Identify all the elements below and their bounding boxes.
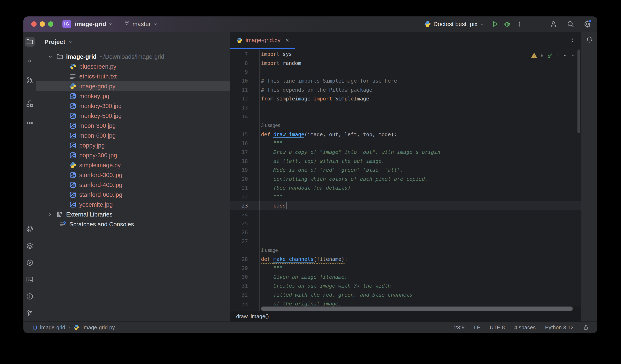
branch-selector[interactable]: master [124,21,158,28]
next-problem-button[interactable] [571,53,576,58]
caret-position-widget[interactable]: 23:9 [454,324,465,331]
project-widget-icon[interactable] [33,326,37,329]
status-project-name[interactable]: image-grid [40,324,65,331]
tool-structure-button[interactable] [25,99,35,109]
tree-item-file[interactable]: moon-600.jpg [36,131,230,140]
usages-inlay-hint[interactable]: 1 usage [261,247,278,253]
tool-python-packages-button[interactable] [25,224,35,234]
code-editor[interactable]: 7import sys8import random910# This line … [230,49,581,311]
tool-commit-button[interactable] [25,56,35,66]
debug-button[interactable] [502,19,512,29]
tree-item-file[interactable]: poppy-300.jpg [36,150,230,160]
play-icon [491,20,499,28]
tool-pull-requests-button[interactable] [25,75,35,85]
tree-item-label: image-grid.py [79,83,115,90]
tool-problems-button[interactable] [25,292,35,301]
notifications-button[interactable] [585,35,594,45]
line-number: 26 [230,229,259,235]
project-panel-header[interactable]: Project [36,32,230,52]
settings-button[interactable] [583,19,592,29]
run-configuration-selector[interactable]: Doctest best_pix [431,21,484,28]
image-file-icon [69,122,76,129]
tree-item-file[interactable]: stanford-600.jpg [36,190,230,200]
folder-icon [56,53,63,60]
project-selector[interactable]: image-grid [71,20,113,28]
tree-item-file[interactable]: stanford-300.jpg [36,170,230,180]
code-line-content: (See handout for details) [259,183,581,192]
code-token: (See handout for details) [261,185,351,191]
tool-more-button[interactable] [25,118,35,128]
indent-widget[interactable]: 4 spaces [514,324,535,331]
line-number: 21 [230,185,259,191]
line-number: 11 [230,87,259,93]
tree-item-file[interactable]: monkey.jpg [36,91,230,101]
code-line: 15def draw_image(image, out, left, top, … [230,130,581,139]
text-caret [286,202,286,209]
chevron-down-icon[interactable] [48,54,53,59]
image-file-icon [69,181,76,188]
editor-tab[interactable]: image-grid.py × [230,32,295,49]
line-ending-widget[interactable]: LF [474,324,480,331]
tree-item-file[interactable]: monkey-500.jpg [36,111,230,121]
more-run-actions-button[interactable] [515,19,524,29]
code-line-content: # This depends on the Pillow package [259,86,581,94]
tree-item-label: External Libraries [66,211,113,218]
prev-problem-button[interactable] [563,53,568,58]
line-number: 13 [230,105,259,111]
code-with-me-button[interactable] [549,19,558,29]
inspections-widget[interactable]: 6 1 [529,51,577,60]
close-window-button[interactable] [31,21,36,27]
close-tab-button[interactable]: × [285,37,289,43]
tool-project-button[interactable] [25,37,35,47]
tree-item-file[interactable]: yosemite.jpg [36,200,230,209]
git-branch-icon [124,21,130,27]
line-number: 8 [230,60,259,66]
check-icon [547,52,553,59]
tool-terminal-button[interactable] [25,275,35,284]
search-everywhere-button[interactable] [566,19,575,29]
tool-version-control-button[interactable] [25,308,35,318]
usages-inlay-hint[interactable]: 3 usages [261,123,280,128]
code-token: Creates an out image with 3x the width, [261,283,394,289]
git-branch-icon [26,310,34,317]
tool-python-console-button[interactable] [25,241,35,251]
interpreter-widget[interactable]: Python 3.12 [545,324,574,331]
run-button[interactable] [490,19,500,29]
tree-item-root[interactable]: image-grid~/Downloads/image-grid [36,52,230,62]
editor-options-button[interactable] [570,37,576,44]
tree-item-file[interactable]: bluescreen.py [36,62,230,71]
tree-item-file[interactable]: ethics-truth.txt [36,71,230,81]
line-number: 31 [230,283,259,289]
line-number: 14 [230,114,259,120]
folder-icon [26,38,34,45]
activity-bar [23,32,36,321]
tree-item-file[interactable]: poppy.jpg [36,140,230,150]
line-number: 32 [230,292,259,298]
unlocked-icon[interactable] [583,324,589,330]
tree-item-external-libraries[interactable]: External Libraries [36,209,230,219]
tool-services-button[interactable] [25,258,35,268]
minimize-window-button[interactable] [40,21,45,27]
code-inlay-row: 3 usages [230,121,581,130]
vertical-scrollbar[interactable] [577,50,580,133]
horizontal-scrollbar[interactable] [261,307,573,311]
status-file-name[interactable]: image-grid.py [83,324,115,331]
tree-root-path: ~/Downloads/image-grid [100,53,164,60]
tree-item-label: stanford-400.jpg [79,182,122,188]
line-number: 18 [230,158,259,164]
code-token: """ [261,265,283,271]
tree-item-file[interactable]: stanford-400.jpg [36,180,230,190]
chevron-right-icon[interactable] [48,212,53,217]
code-line: 16 """ [230,139,581,148]
tree-item-file[interactable]: simpleimage.py [36,160,230,170]
tree-item-scratches-and-consoles[interactable]: Scratches and Consoles [36,219,230,229]
project-badge-icon: IG [62,20,71,28]
tree-item-file[interactable]: monkey-300.jpg [36,101,230,111]
tree-item-file[interactable]: image-grid.py [36,81,230,91]
zoom-window-button[interactable] [48,21,53,27]
tree-item-file[interactable]: moon-300.jpg [36,121,230,131]
encoding-widget[interactable]: UTF-8 [490,324,505,331]
code-token: # This line imports SimpleImage for use … [261,78,397,84]
breadcrumb[interactable]: draw_image() [236,313,269,320]
code-line: 20 controlling which colors of each pixe… [230,174,581,183]
